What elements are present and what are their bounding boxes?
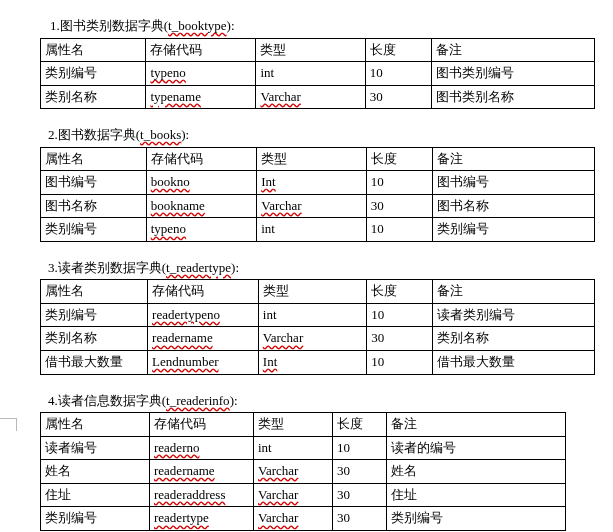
cell-attr-name: 借书最大数量 — [41, 350, 148, 374]
section-title-code: t_readerinfo — [166, 393, 230, 408]
table-row: 类别名称readernameVarchar30类别名称 — [41, 327, 595, 351]
cell-storage-code: typename — [146, 85, 256, 109]
cell-note: 图书类别名称 — [432, 85, 595, 109]
code-text: typename — [150, 89, 201, 104]
type-text: Varchar — [258, 487, 298, 502]
cell-storage-code: typeno — [146, 218, 257, 242]
cell-type: Varchar — [254, 507, 333, 531]
cell-length: 10 — [365, 62, 431, 86]
cell-storage-code: readertype — [150, 507, 254, 531]
cell-length: 10 — [367, 350, 433, 374]
table-row: 图书名称booknameVarchar30图书名称 — [41, 194, 595, 218]
cell-attr-name: 类别编号 — [41, 218, 147, 242]
cell-note: 读者类别编号 — [433, 303, 595, 327]
section-title: 2.图书数据字典(t_books): — [48, 125, 595, 145]
cell-note: 图书类别编号 — [432, 62, 595, 86]
column-header: 长度 — [333, 413, 387, 437]
cell-note: 类别编号 — [387, 507, 566, 531]
cell-attr-name: 类别编号 — [41, 507, 150, 531]
cell-length: 10 — [333, 436, 387, 460]
cell-type: Varchar — [257, 194, 367, 218]
cell-length: 30 — [366, 194, 433, 218]
column-header: 备注 — [433, 147, 595, 171]
data-dictionary-table: 属性名存储代码类型长度备注图书编号booknoInt10图书编号图书名称book… — [40, 147, 595, 242]
column-header: 长度 — [367, 280, 433, 304]
code-text: bookname — [151, 198, 205, 213]
cell-length: 30 — [333, 483, 387, 507]
cell-storage-code: typeno — [146, 62, 256, 86]
column-header: 存储代码 — [150, 413, 254, 437]
column-header: 备注 — [433, 280, 595, 304]
code-text: bookno — [151, 174, 190, 189]
cell-storage-code: readeraddress — [150, 483, 254, 507]
cell-storage-code: Lendnumber — [148, 350, 259, 374]
section-title-text: 3.读者类别数据字典( — [48, 260, 166, 275]
cell-length: 10 — [366, 218, 433, 242]
code-text: typeno — [150, 65, 185, 80]
section-title: 3.读者类别数据字典(t_readertype): — [48, 258, 595, 278]
data-dictionary-table: 属性名存储代码类型长度备注类别编号typenoint10图书类别编号类别名称ty… — [40, 38, 595, 110]
section-title-text: 2.图书数据字典( — [48, 127, 140, 142]
section-title-suffix: ): — [230, 393, 238, 408]
cell-type: Int — [258, 350, 366, 374]
cell-storage-code: readertypeno — [148, 303, 259, 327]
cell-length: 30 — [333, 460, 387, 484]
table-header-row: 属性名存储代码类型长度备注 — [41, 413, 566, 437]
cell-note: 类别名称 — [433, 327, 595, 351]
column-header: 存储代码 — [148, 280, 259, 304]
cell-attr-name: 类别编号 — [41, 303, 148, 327]
table-row: 借书最大数量LendnumberInt10借书最大数量 — [41, 350, 595, 374]
cell-type: int — [257, 218, 367, 242]
column-header: 备注 — [432, 38, 595, 62]
type-text: Varchar — [261, 198, 301, 213]
column-header: 长度 — [366, 147, 433, 171]
code-text: readername — [154, 463, 215, 478]
cell-attr-name: 读者编号 — [41, 436, 150, 460]
type-text: Varchar — [263, 330, 303, 345]
cell-note: 图书编号 — [433, 171, 595, 195]
cell-type: int — [254, 436, 333, 460]
cell-storage-code: readername — [150, 460, 254, 484]
cell-storage-code: bookname — [146, 194, 257, 218]
table-row: 类别编号readertypeVarchar30类别编号 — [41, 507, 566, 531]
column-header: 属性名 — [41, 280, 148, 304]
cell-length: 10 — [366, 171, 433, 195]
table-row: 姓名readernameVarchar30姓名 — [41, 460, 566, 484]
column-header: 类型 — [257, 147, 367, 171]
cell-length: 30 — [333, 507, 387, 531]
column-header: 属性名 — [41, 147, 147, 171]
section-title-suffix: ): — [231, 260, 239, 275]
section-title-suffix: ): — [227, 18, 235, 33]
type-text: Varchar — [258, 463, 298, 478]
cell-attr-name: 姓名 — [41, 460, 150, 484]
code-text: readertype — [154, 510, 209, 525]
type-text: Varchar — [258, 510, 298, 525]
section-title: 1.图书类别数据字典(t_booktype): — [50, 16, 595, 36]
column-header: 类型 — [258, 280, 366, 304]
cell-type: Int — [257, 171, 367, 195]
type-text: Int — [261, 174, 275, 189]
document-body: 1.图书类别数据字典(t_booktype):属性名存储代码类型长度备注类别编号… — [18, 16, 595, 531]
table-row: 类别编号typenoint10图书类别编号 — [41, 62, 595, 86]
table-row: 类别编号readertypenoint10读者类别编号 — [41, 303, 595, 327]
type-text: Int — [263, 354, 277, 369]
cell-type: Varchar — [254, 483, 333, 507]
code-text: typeno — [151, 221, 186, 236]
cell-length: 30 — [367, 327, 433, 351]
page-margin-marker — [0, 418, 17, 431]
section-title-code: t_booktype — [168, 18, 227, 33]
cell-note: 姓名 — [387, 460, 566, 484]
table-header-row: 属性名存储代码类型长度备注 — [41, 38, 595, 62]
column-header: 属性名 — [41, 413, 150, 437]
column-header: 类型 — [256, 38, 365, 62]
section-title-code: t_books — [140, 127, 181, 142]
cell-type: Varchar — [254, 460, 333, 484]
cell-length: 10 — [367, 303, 433, 327]
cell-type: Varchar — [256, 85, 365, 109]
section-title: 4.读者信息数据字典(t_readerinfo): — [48, 391, 595, 411]
cell-storage-code: bookno — [146, 171, 257, 195]
code-text: readeraddress — [154, 487, 225, 502]
data-dictionary-table: 属性名存储代码类型长度备注类别编号readertypenoint10读者类别编号… — [40, 279, 595, 374]
cell-type: int — [258, 303, 366, 327]
section-title-suffix: ): — [181, 127, 189, 142]
